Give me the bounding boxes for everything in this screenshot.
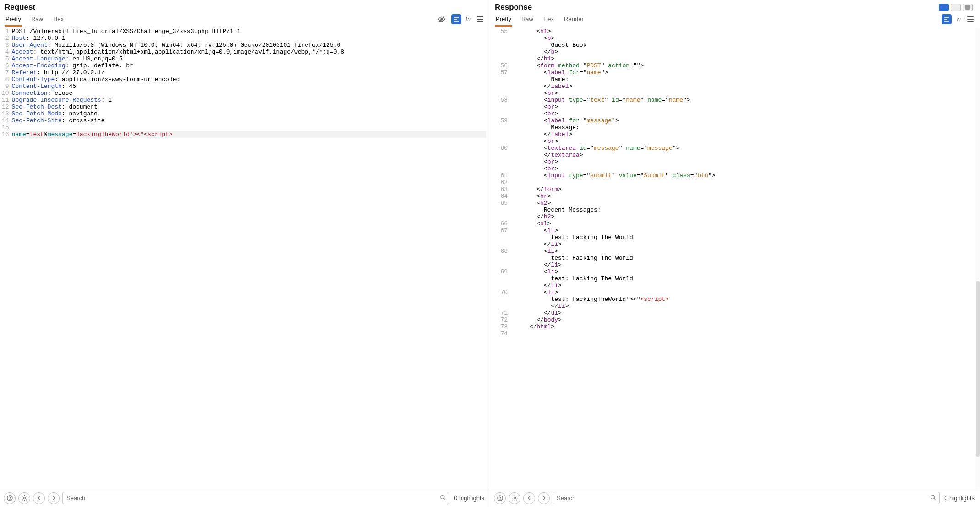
- code-line[interactable]: Recent Messages:: [522, 207, 972, 213]
- code-line[interactable]: Sec-Fetch-Dest: document: [12, 104, 486, 110]
- code-line[interactable]: Content-Length: 45: [12, 83, 486, 90]
- code-line[interactable]: </label>: [522, 83, 972, 90]
- code-line[interactable]: Referer: http://127.0.0.1/: [12, 69, 486, 76]
- code-line[interactable]: Upgrade-Insecure-Requests: 1: [12, 97, 486, 104]
- menu-icon[interactable]: [965, 14, 975, 24]
- wrap-indicator[interactable]: \n: [466, 16, 471, 22]
- code-line[interactable]: <label for="name">: [522, 69, 972, 76]
- svg-point-16: [931, 495, 935, 499]
- back-icon[interactable]: [523, 492, 535, 504]
- code-line[interactable]: </ul>: [522, 310, 972, 316]
- code-line[interactable]: <input type="submit" value="Submit" clas…: [522, 172, 972, 179]
- code-line[interactable]: </li>: [522, 282, 972, 289]
- code-line[interactable]: [522, 179, 972, 186]
- code-line[interactable]: </li>: [522, 303, 972, 310]
- code-line[interactable]: Sec-Fetch-Mode: navigate: [12, 110, 486, 117]
- search-input[interactable]: [62, 492, 449, 504]
- code-line[interactable]: </li>: [522, 262, 972, 268]
- code-line[interactable]: name=test&message=HackingTheWorld'><"<sc…: [12, 131, 486, 138]
- code-line[interactable]: </li>: [522, 241, 972, 248]
- code-line[interactable]: Accept-Language: en-US,en;q=0.5: [12, 55, 486, 62]
- code-line[interactable]: <form method="POST" action="">: [522, 62, 972, 69]
- wrap-indicator[interactable]: \n: [956, 16, 961, 22]
- tab-pretty[interactable]: Pretty: [495, 12, 512, 27]
- request-editor[interactable]: 12345678910111213141516 POST /Vulnerabil…: [0, 27, 490, 489]
- code-line[interactable]: <label for="message">: [522, 117, 972, 124]
- code-line[interactable]: <li>: [522, 289, 972, 296]
- code-line[interactable]: <br>: [522, 90, 972, 97]
- request-search: [62, 492, 449, 504]
- code-line[interactable]: <br>: [522, 158, 972, 165]
- code-line[interactable]: Message:: [522, 124, 972, 131]
- request-pane: Request PrettyRawHex \n 1234567891011121…: [0, 0, 490, 507]
- code-line[interactable]: POST /Vulnerabilities_Tutorial/XSS/Chall…: [12, 28, 486, 35]
- forward-icon[interactable]: [538, 492, 550, 504]
- search-icon[interactable]: [930, 494, 936, 502]
- code-line[interactable]: <li>: [522, 268, 972, 275]
- menu-icon[interactable]: [475, 14, 485, 24]
- code-line[interactable]: <ul>: [522, 220, 972, 227]
- search-icon[interactable]: [440, 494, 446, 502]
- tab-raw[interactable]: Raw: [520, 12, 534, 27]
- gear-icon[interactable]: [509, 492, 520, 504]
- response-editor[interactable]: 55 5657 58 59 60 6162636465 6667 68 69 7…: [490, 27, 980, 489]
- code-line[interactable]: </h2>: [522, 213, 972, 220]
- code-line[interactable]: test: Hacking The World: [522, 275, 972, 282]
- code-line[interactable]: <h1>: [522, 28, 972, 35]
- code-line[interactable]: </h1>: [522, 55, 972, 62]
- code-line[interactable]: User-Agent: Mozilla/5.0 (Windows NT 10.0…: [12, 42, 486, 49]
- back-icon[interactable]: [33, 492, 45, 504]
- search-input[interactable]: [553, 492, 940, 504]
- code-line[interactable]: test: HackingTheWorld'><"<script>: [522, 296, 972, 303]
- pretty-toggle-icon[interactable]: [451, 14, 461, 24]
- code-line[interactable]: <hr>: [522, 193, 972, 200]
- tab-pretty[interactable]: Pretty: [5, 12, 22, 27]
- code-line[interactable]: <br>: [522, 138, 972, 145]
- code-line[interactable]: <br>: [522, 110, 972, 117]
- svg-point-14: [500, 499, 500, 500]
- code-line[interactable]: Guest Book: [522, 42, 972, 49]
- help-icon[interactable]: [494, 492, 506, 504]
- code-line[interactable]: [522, 330, 972, 337]
- code-line[interactable]: Accept: text/html,application/xhtml+xml,…: [12, 49, 486, 55]
- gear-icon[interactable]: [18, 492, 30, 504]
- code-line[interactable]: Sec-Fetch-Site: cross-site: [12, 117, 486, 124]
- code-line[interactable]: Accept-Encoding: gzip, deflate, br: [12, 62, 486, 69]
- code-line[interactable]: [12, 124, 486, 131]
- code-line[interactable]: </textarea>: [522, 152, 972, 158]
- code-line[interactable]: </html>: [522, 323, 972, 330]
- tab-hex[interactable]: Hex: [52, 12, 65, 27]
- request-footer: 0 highlights: [0, 489, 490, 507]
- code-line[interactable]: <input type="text" id="name" name="name"…: [522, 97, 972, 104]
- hide-icon[interactable]: [437, 14, 447, 24]
- code-line[interactable]: </body>: [522, 316, 972, 323]
- forward-icon[interactable]: [48, 492, 60, 504]
- layout-side-button[interactable]: [939, 4, 949, 11]
- code-line[interactable]: test: Hacking The World: [522, 234, 972, 241]
- code-line[interactable]: Content-Type: application/x-www-form-url…: [12, 76, 486, 83]
- code-line[interactable]: Host: 127.0.0.1: [12, 35, 486, 42]
- svg-point-15: [514, 497, 515, 499]
- code-line[interactable]: <b>: [522, 35, 972, 42]
- code-line[interactable]: <li>: [522, 227, 972, 234]
- code-line[interactable]: <li>: [522, 248, 972, 255]
- tab-hex[interactable]: Hex: [542, 12, 555, 27]
- code-line[interactable]: test: Hacking The World: [522, 255, 972, 262]
- code-line[interactable]: <br>: [522, 104, 972, 110]
- code-line[interactable]: </form>: [522, 186, 972, 193]
- tab-render[interactable]: Render: [563, 12, 585, 27]
- code-line[interactable]: </label>: [522, 131, 972, 138]
- pretty-toggle-icon[interactable]: [942, 14, 952, 24]
- response-footer: 0 highlights: [490, 489, 980, 507]
- layout-single-button[interactable]: [963, 4, 973, 11]
- code-line[interactable]: <textarea id="message" name="message">: [522, 145, 972, 152]
- code-line[interactable]: Name:: [522, 76, 972, 83]
- code-line[interactable]: <h2>: [522, 200, 972, 207]
- tab-raw[interactable]: Raw: [30, 12, 44, 27]
- help-icon[interactable]: [4, 492, 16, 504]
- code-line[interactable]: </b>: [522, 49, 972, 55]
- code-line[interactable]: Connection: close: [12, 90, 486, 97]
- layout-stack-button[interactable]: [951, 4, 961, 11]
- code-line[interactable]: <br>: [522, 165, 972, 172]
- scrollbar[interactable]: [975, 28, 980, 489]
